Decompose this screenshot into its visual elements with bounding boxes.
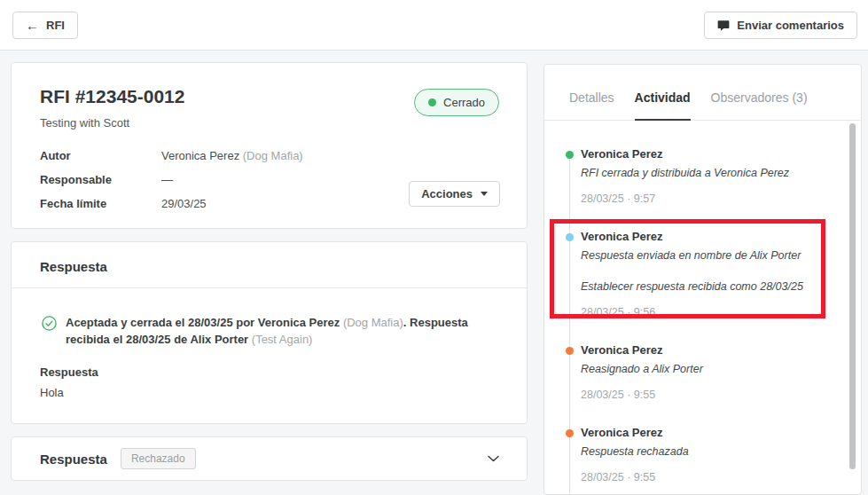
- field-label: Fecha límite: [40, 196, 161, 211]
- rfi-subtitle: Testing with Scott: [40, 116, 129, 130]
- activity-dot-icon: [566, 429, 574, 437]
- check-circle-icon: [42, 316, 57, 331]
- activity-description: RFI cerrada y distribuida a Veronica Per…: [581, 166, 840, 180]
- actions-dropdown-label: Acciones: [421, 187, 473, 200]
- response-value: Hola: [40, 386, 64, 399]
- acceptance-row: Aceptada y cerrada el 28/03/25 por Veron…: [12, 288, 527, 348]
- field-row: AutorVeronica Perez (Dog Mafia): [40, 148, 303, 163]
- activity-dot-icon: [566, 347, 574, 355]
- activity-user-name: Veronica Perez: [581, 147, 840, 161]
- response-card-header: Respuesta: [12, 242, 527, 288]
- rejected-response-title: Respuesta: [40, 452, 107, 467]
- activity-entry: Veronica PerezRespuesta enviada en nombr…: [544, 230, 840, 319]
- rejected-response-card[interactable]: Respuesta Rechazado: [11, 436, 528, 481]
- back-button[interactable]: ← RFI: [12, 12, 78, 39]
- tab-detalles[interactable]: Detalles: [569, 65, 614, 121]
- arrow-left-icon: ←: [26, 18, 39, 33]
- field-label: Responsable: [40, 172, 161, 187]
- sidebar-tabs: DetallesActividadObservadores (3): [544, 65, 861, 121]
- status-badge: Cerrado: [414, 89, 499, 116]
- activity-timestamp: 28/03/25 · 9:57: [581, 192, 840, 206]
- top-bar: ← RFI Enviar comentarios: [0, 0, 868, 51]
- activity-dot-icon: [566, 233, 574, 241]
- activity-timestamp: 28/03/25 · 9:55: [581, 388, 840, 402]
- tab-observadores-3[interactable]: Observadores (3): [711, 65, 808, 121]
- field-value: 29/03/25: [161, 196, 207, 211]
- send-feedback-label: Enviar comentarios: [737, 19, 844, 32]
- rejected-badge: Rechazado: [121, 448, 196, 469]
- activity-user-name: Veronica Perez: [581, 343, 840, 358]
- caret-down-icon: [481, 192, 488, 196]
- acceptance-segment: Aceptada y cerrada el 28/03/25 por Veron…: [66, 316, 343, 329]
- details-sidebar: DetallesActividadObservadores (3) Veroni…: [543, 64, 862, 495]
- activity-description: Reasignado a Alix Porter: [581, 362, 840, 376]
- rfi-header-card: RFI #12345-0012 Testing with Scott Cerra…: [11, 62, 528, 229]
- response-card-title: Respuesta: [40, 259, 107, 274]
- activity-timestamp: 28/03/25 · 9:55: [581, 470, 840, 484]
- activity-entry: Veronica PerezRespuesta rechazada28/03/2…: [544, 426, 840, 484]
- acceptance-company: (Test Again): [252, 333, 313, 346]
- page-title: RFI #12345-0012: [40, 86, 184, 107]
- activity-dot-icon: [566, 151, 574, 159]
- rfi-fields: AutorVeronica Perez (Dog Mafia)Responsab…: [40, 148, 303, 220]
- status-badge-label: Cerrado: [443, 96, 485, 109]
- status-dot-icon: [428, 98, 436, 106]
- field-value-company: (Dog Mafia): [243, 149, 303, 162]
- acceptance-text: Aceptada y cerrada el 28/03/25 por Veron…: [66, 314, 502, 348]
- activity-entry: Veronica PerezReasignado a Alix Porter28…: [544, 343, 840, 402]
- activity-description: Respuesta rechazada: [581, 444, 840, 459]
- field-value: —: [161, 172, 173, 187]
- tab-actividad[interactable]: Actividad: [635, 65, 691, 121]
- activity-feed: Veronica PerezRFI cerrada y distribuida …: [544, 121, 861, 484]
- speech-bubble-icon: [717, 20, 730, 32]
- field-label: Autor: [40, 148, 161, 163]
- activity-timestamp: 28/03/25 · 9:56: [581, 305, 840, 319]
- activity-description: Establecer respuesta recibida como 28/03…: [581, 279, 840, 294]
- field-row: Fecha límite29/03/25: [40, 196, 303, 211]
- back-button-label: RFI: [46, 19, 65, 32]
- send-feedback-button[interactable]: Enviar comentarios: [704, 12, 857, 39]
- activity-entry: Veronica PerezRFI cerrada y distribuida …: [544, 147, 840, 206]
- response-card: Respuesta Aceptada y cerrada el 28/03/25…: [11, 241, 528, 424]
- activity-user-name: Veronica Perez: [581, 426, 840, 440]
- field-row: Responsable—: [40, 172, 303, 187]
- chevron-down-icon[interactable]: [487, 454, 500, 463]
- field-value: Veronica Perez (Dog Mafia): [161, 148, 303, 163]
- acceptance-company: (Dog Mafia): [343, 316, 403, 329]
- activity-description: Respuesta enviada en nombre de Alix Port…: [581, 248, 840, 263]
- activity-user-name: Veronica Perez: [581, 230, 840, 244]
- response-label: Respuesta: [40, 365, 98, 379]
- actions-dropdown-button[interactable]: Acciones: [409, 181, 500, 207]
- sidebar-scrollbar[interactable]: [849, 123, 856, 469]
